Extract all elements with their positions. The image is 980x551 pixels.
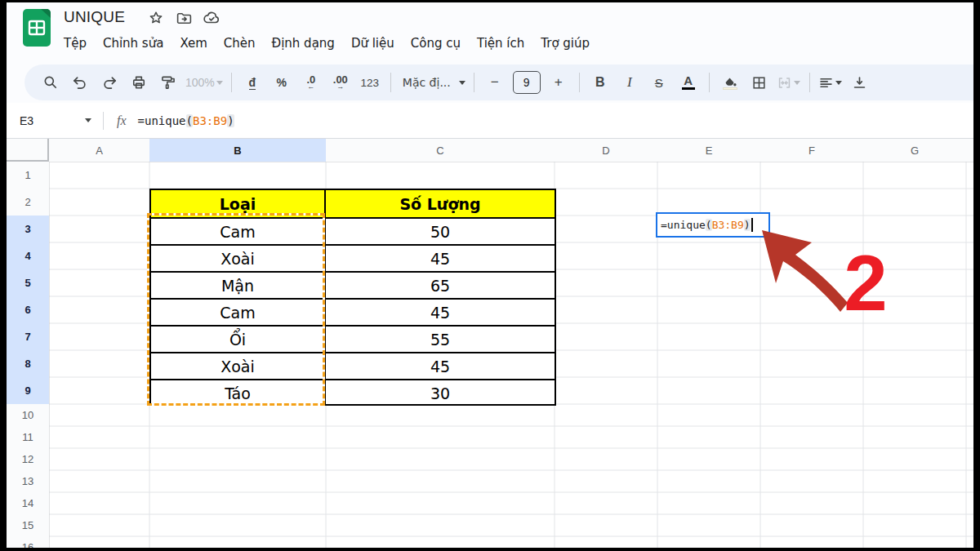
more-formats-button[interactable]: 123 xyxy=(358,70,382,95)
print-icon[interactable] xyxy=(127,70,151,95)
sheets-logo-icon[interactable] xyxy=(23,9,51,50)
menu-help[interactable]: Trợ giúp xyxy=(532,32,598,55)
menu-file[interactable]: Tệp xyxy=(56,32,95,55)
row-header-6[interactable]: 6 xyxy=(7,296,49,323)
formula-bar: E3 fx =unique(B3:B9) xyxy=(7,103,973,139)
row-header-2[interactable]: 2 xyxy=(7,189,49,216)
formula-input[interactable]: =unique(B3:B9) xyxy=(138,114,234,127)
select-all-corner[interactable] xyxy=(7,139,49,162)
cell-c3[interactable]: 50 xyxy=(326,219,555,244)
format-currency-button[interactable]: đ xyxy=(240,70,265,95)
cell-editor-e3[interactable]: =unique(B3:B9) xyxy=(656,212,770,238)
italic-button[interactable]: I xyxy=(617,70,642,95)
cell-c7[interactable]: 55 xyxy=(326,327,555,352)
cell-c8[interactable]: 45 xyxy=(326,353,555,379)
row-header-1[interactable]: 1 xyxy=(7,162,49,189)
row-header-13[interactable]: 13 xyxy=(7,470,49,492)
cell-c6[interactable]: 45 xyxy=(326,300,555,325)
row-header-7[interactable]: 7 xyxy=(7,323,49,350)
decrease-decimal-button[interactable]: .0← xyxy=(299,70,323,95)
star-icon[interactable] xyxy=(147,9,165,27)
horizontal-align-button[interactable] xyxy=(818,70,843,95)
merge-cells-button[interactable] xyxy=(777,70,801,95)
row-header-3[interactable]: 3 xyxy=(7,216,49,242)
name-box[interactable]: E3 xyxy=(7,114,85,127)
header-cell-so-luong[interactable]: Số Lượng xyxy=(326,190,555,217)
arrow-left-glyph: ← xyxy=(307,84,314,90)
column-headers: A B C D E F G xyxy=(7,139,973,162)
menu-bar: Tệp Chỉnh sửa Xem Chèn Định dạng Dữ liệu… xyxy=(56,32,598,55)
menu-tools[interactable]: Công cụ xyxy=(403,32,469,55)
move-to-folder-icon[interactable] xyxy=(175,9,193,27)
row-header-9[interactable]: 9 xyxy=(7,377,49,404)
google-sheets-app: UNIQUE Tệp Chỉnh sửa Xem Chèn Định dạng … xyxy=(7,2,973,548)
menu-data[interactable]: Dữ liệu xyxy=(343,32,403,55)
screenshot-frame: UNIQUE Tệp Chỉnh sửa Xem Chèn Định dạng … xyxy=(0,0,980,551)
format-percent-button[interactable]: % xyxy=(270,70,294,95)
spreadsheet-grid[interactable]: A B C D E F G 1 2 3 4 5 6 7 8 9 10 11 12… xyxy=(7,139,973,548)
column-header-a[interactable]: A xyxy=(49,139,149,162)
row-header-10[interactable]: 10 xyxy=(7,404,49,426)
redo-icon[interactable] xyxy=(97,70,122,95)
step-number: 2 xyxy=(844,239,887,327)
cell-c4[interactable]: 45 xyxy=(326,246,555,271)
paint-format-icon[interactable] xyxy=(156,70,180,95)
fill-color-swatch xyxy=(723,87,737,91)
menu-extensions[interactable]: Tiện ích xyxy=(469,32,532,55)
row-header-8[interactable]: 8 xyxy=(7,350,49,377)
font-select[interactable]: Mặc đị... xyxy=(399,70,466,95)
vertical-align-button[interactable] xyxy=(848,70,872,95)
decrease-font-size-button[interactable]: − xyxy=(483,70,507,95)
column-header-b[interactable]: B xyxy=(149,139,326,162)
menu-format[interactable]: Định dạng xyxy=(264,32,343,55)
fx-icon: fx xyxy=(117,113,127,128)
menu-edit[interactable]: Chỉnh sửa xyxy=(95,32,172,55)
font-size-input[interactable]: 9 xyxy=(513,71,541,94)
menu-insert[interactable]: Chèn xyxy=(216,32,264,55)
text-color-button[interactable]: A xyxy=(676,70,701,95)
column-header-e[interactable]: E xyxy=(657,139,760,162)
zoom-select[interactable]: 100% xyxy=(185,70,223,95)
column-header-d[interactable]: D xyxy=(555,139,657,162)
column-header-c[interactable]: C xyxy=(326,139,555,162)
bold-button[interactable]: B xyxy=(588,70,612,95)
row-header-15[interactable]: 15 xyxy=(7,514,49,536)
row-header-14[interactable]: 14 xyxy=(7,492,49,514)
row-headers: 1 2 3 4 5 6 7 8 9 10 11 12 13 14 15 16 xyxy=(7,162,49,548)
text-color-swatch xyxy=(682,87,695,91)
increase-font-size-button[interactable]: + xyxy=(546,70,571,95)
row-header-5[interactable]: 5 xyxy=(7,269,49,296)
titlebar: UNIQUE Tệp Chỉnh sửa Xem Chèn Định dạng … xyxy=(7,2,973,62)
row-header-12[interactable]: 12 xyxy=(7,448,49,470)
cell-c5[interactable]: 65 xyxy=(326,273,555,298)
arrow-right-glyph: → xyxy=(336,84,344,90)
borders-button[interactable] xyxy=(747,70,772,95)
name-box-caret-icon[interactable] xyxy=(85,118,91,122)
cell-c9[interactable]: 30 xyxy=(326,380,555,406)
fill-color-button[interactable] xyxy=(718,70,742,95)
row-header-16[interactable]: 16 xyxy=(7,536,49,548)
increase-decimal-button[interactable]: .00→ xyxy=(328,70,353,95)
undo-icon[interactable] xyxy=(68,70,92,95)
row-header-11[interactable]: 11 xyxy=(7,426,49,448)
column-header-f[interactable]: F xyxy=(760,139,863,162)
column-header-stub xyxy=(966,139,973,162)
search-icon[interactable] xyxy=(38,70,63,95)
menu-view[interactable]: Xem xyxy=(172,32,215,55)
text-cursor xyxy=(751,218,753,232)
document-title[interactable]: UNIQUE xyxy=(64,8,125,26)
toolbar: 100% đ % .0← .00→ 123 Mặc đị... − 9 + B … xyxy=(24,64,973,100)
referenced-range-marching-ants xyxy=(147,213,325,406)
row-header-4[interactable]: 4 xyxy=(7,242,49,269)
cloud-saved-icon[interactable] xyxy=(203,9,220,27)
column-header-g[interactable]: G xyxy=(863,139,966,162)
strikethrough-button[interactable]: S xyxy=(647,70,671,95)
